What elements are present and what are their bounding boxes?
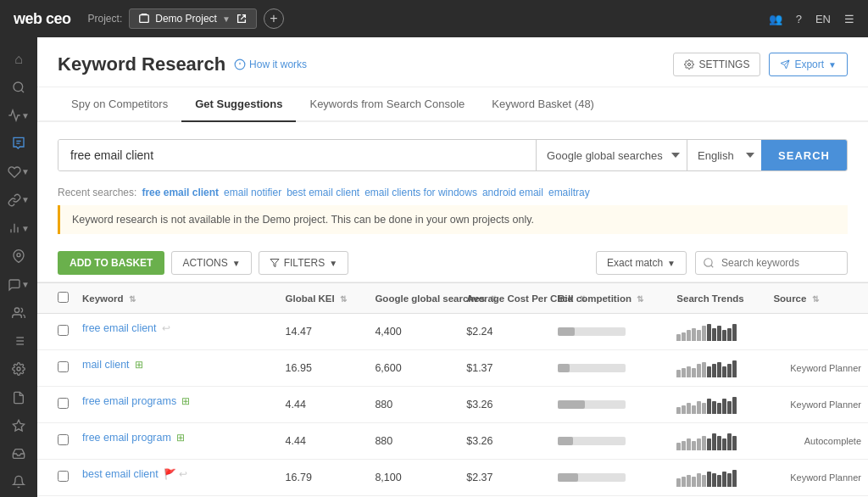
select-all-checkbox[interactable] — [58, 292, 69, 303]
keyword-column-header[interactable]: Keyword ⇅ — [75, 283, 279, 314]
trend-bar-segment — [687, 475, 691, 487]
row-checkbox[interactable] — [58, 325, 69, 336]
sidebar-item-plugin[interactable] — [3, 412, 34, 438]
recent-search-5[interactable]: android email — [482, 187, 543, 198]
keyword-link[interactable]: free email programs — [82, 395, 176, 407]
actions-button[interactable]: ACTIONS ▼ — [171, 251, 251, 275]
bid-bar — [558, 400, 585, 409]
row-action-icon-flag[interactable]: 🚩 ↩ — [164, 468, 187, 480]
how-it-works-link[interactable]: How it works — [249, 59, 307, 70]
trend-bar-segment — [687, 366, 691, 377]
search-trends-column-header: Search Trends — [670, 283, 766, 314]
sidebar-item-chat[interactable]: ▼ — [3, 271, 34, 298]
row-checkbox[interactable] — [58, 398, 69, 409]
row-checkbox[interactable] — [58, 471, 69, 482]
exact-match-button[interactable]: Exact match ▼ — [596, 251, 687, 275]
help-icon[interactable]: ? — [796, 13, 802, 25]
row-checkbox[interactable] — [58, 434, 69, 445]
search-button[interactable]: SEARCH — [761, 140, 847, 170]
sidebar-item-page[interactable] — [3, 384, 34, 410]
trend-bar-segment — [702, 475, 706, 487]
tab-keyword-basket[interactable]: Keyword Basket (48) — [478, 87, 608, 122]
bid-competition-column-header[interactable]: Bid competition ⇅ — [551, 283, 670, 314]
table-row: best email client🚩 ↩16.798,100$2.37Keywo… — [37, 460, 868, 496]
sidebar-item-location[interactable] — [3, 243, 34, 270]
recent-search-6[interactable]: emailtray — [548, 187, 590, 198]
svg-point-16 — [17, 367, 20, 371]
add-project-button[interactable]: + — [264, 8, 284, 29]
trend-bar-segment — [692, 441, 696, 450]
recent-search-3[interactable]: best email client — [287, 187, 359, 198]
sidebar-item-heart[interactable]: ▼ — [3, 159, 34, 185]
bid-bar-container — [558, 473, 626, 482]
trend-bar-segment — [687, 438, 691, 450]
search-keywords-input[interactable] — [695, 251, 848, 275]
recent-search-4[interactable]: email clients for windows — [364, 187, 477, 198]
bid-bar-container — [558, 364, 626, 372]
recent-search-2[interactable]: email notifier — [224, 187, 281, 198]
trend-bar-segment — [732, 436, 737, 450]
recent-search-1[interactable]: free email client — [142, 187, 219, 198]
sidebar: ⌂ ▼ ▼ ▼ ▼ ▼ — [0, 37, 37, 497]
select-all-header[interactable] — [37, 283, 75, 314]
sidebar-item-chart[interactable]: ▼ — [3, 103, 34, 129]
tab-search-console[interactable]: Keywords from Search Console — [296, 87, 478, 122]
menu-icon[interactable]: ☰ — [844, 13, 854, 25]
trend-bars — [676, 432, 760, 450]
sidebar-item-search[interactable] — [3, 74, 34, 100]
row-action-icon-back[interactable]: ↩ — [162, 322, 170, 334]
tab-get-suggestions[interactable]: Get Suggestions — [181, 87, 296, 122]
language-selector[interactable]: EN — [815, 13, 831, 25]
sidebar-item-bell[interactable] — [3, 469, 34, 495]
gkei-column-header[interactable]: Global KEI ⇅ — [279, 283, 369, 314]
chevron-down-icon: ▼ — [222, 14, 231, 24]
sidebar-item-settings[interactable] — [3, 356, 34, 383]
sidebar-item-mail[interactable] — [3, 441, 34, 467]
row-action-icon-add[interactable]: ⊞ — [135, 359, 143, 371]
trend-bar-segment — [722, 472, 726, 487]
svg-point-8 — [17, 254, 20, 257]
row-action-icon-add[interactable]: ⊞ — [176, 432, 185, 444]
sidebar-item-list[interactable] — [3, 328, 34, 355]
keyword-link[interactable]: mail client — [82, 359, 130, 371]
trend-bar-segment — [717, 436, 721, 450]
language-select[interactable]: English Spanish French — [687, 140, 761, 170]
keyword-search-input[interactable] — [58, 140, 536, 170]
add-to-basket-button[interactable]: ADD TO BASKET — [58, 251, 164, 275]
search-area: Google global searches Google US searche… — [37, 122, 868, 180]
avg-cpc-column-header[interactable]: Average Cost Per Click ⇅ — [459, 283, 551, 314]
row-checkbox[interactable] — [58, 361, 69, 372]
filters-button[interactable]: FILTERS ▼ — [259, 251, 348, 275]
source-cell: Autocomplete — [766, 423, 868, 460]
project-selector[interactable]: Demo Project ▼ — [129, 8, 257, 29]
trend-bar-segment — [707, 324, 711, 341]
search-trends-cell — [670, 387, 766, 423]
users-icon[interactable]: 👥 — [769, 13, 782, 25]
sidebar-item-keyword[interactable] — [3, 131, 34, 157]
page-header: Keyword Research How it works SETTINGS E… — [37, 37, 868, 87]
search-engine-select[interactable]: Google global searches Google US searche… — [536, 140, 687, 170]
project-icon — [138, 13, 150, 25]
source-column-header[interactable]: Source ⇅ — [766, 283, 868, 314]
sidebar-item-home[interactable]: ⌂ — [3, 46, 34, 72]
toolbar-right: Exact match ▼ — [596, 251, 848, 275]
row-action-icon-add[interactable]: ⊞ — [181, 395, 190, 407]
keyword-link[interactable]: free email client — [82, 322, 157, 334]
trend-bar-segment — [697, 438, 701, 450]
settings-button[interactable]: SETTINGS — [673, 53, 760, 76]
sidebar-item-link[interactable]: ▼ — [3, 187, 34, 213]
header-actions: SETTINGS Export ▼ — [673, 53, 848, 76]
export-button[interactable]: Export ▼ — [769, 53, 848, 76]
keyword-link[interactable]: best email client — [82, 468, 159, 480]
search-trends-cell — [670, 350, 766, 387]
source-sort-icon: ⇅ — [812, 294, 819, 304]
bid-competition-cell — [551, 423, 670, 460]
sidebar-item-users[interactable] — [3, 299, 34, 326]
google-searches-column-header[interactable]: Google global searches ⇅ — [368, 283, 459, 314]
trend-bar-segment — [692, 328, 696, 341]
keyword-link[interactable]: free email program — [82, 432, 171, 444]
sidebar-item-analytics[interactable]: ▼ — [3, 215, 34, 242]
page-title-area: Keyword Research How it works — [58, 53, 307, 75]
keyword-sort-icon: ⇅ — [129, 294, 136, 304]
tab-spy-competitors[interactable]: Spy on Competitors — [58, 87, 181, 122]
